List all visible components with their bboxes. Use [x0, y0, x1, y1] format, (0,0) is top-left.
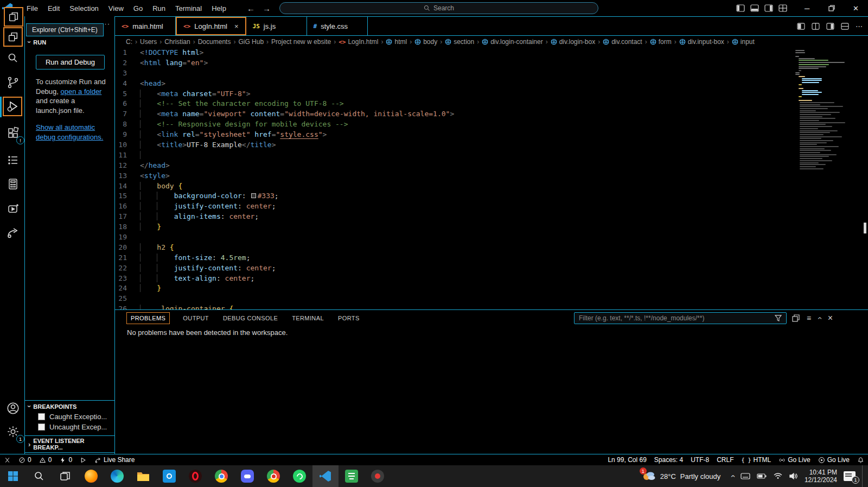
search-sidebar-icon[interactable]	[4, 49, 22, 67]
taskbar-notes-icon[interactable]	[339, 465, 365, 487]
taskbar-start-icon[interactable]	[0, 465, 26, 487]
menu-help[interactable]: Help	[207, 4, 231, 12]
breakpoint-checkbox[interactable]	[38, 413, 45, 420]
panel-tab-output[interactable]: OUTPUT	[182, 313, 210, 324]
taskbar-whatsapp-icon[interactable]	[286, 465, 312, 487]
menu-run[interactable]: Run	[148, 4, 170, 12]
menu-terminal[interactable]: Terminal	[170, 4, 207, 12]
editor-more-actions-icon[interactable]: ⋯	[856, 22, 863, 30]
extensions-icon[interactable]: !	[4, 124, 22, 142]
collapse-all-icon[interactable]	[792, 314, 800, 322]
menu-edit[interactable]: Edit	[43, 4, 65, 12]
view-as-list-icon[interactable]: ≡	[807, 314, 811, 322]
breadcrumb-symbol[interactable]: section	[445, 38, 474, 46]
run-and-debug-button[interactable]: Run and Debug	[36, 55, 105, 69]
status-ln-99-col-69[interactable]: Ln 99, Col 69	[604, 456, 650, 464]
status-ports[interactable]: 0	[55, 454, 76, 465]
filter-funnel-icon[interactable]	[775, 315, 782, 321]
breadcrumb-symbol[interactable]: div.input-box	[679, 38, 724, 46]
taskbar-file-explorer-icon[interactable]	[130, 465, 156, 487]
status-warning[interactable]: 0	[35, 454, 56, 465]
battery-icon[interactable]	[757, 473, 767, 479]
breadcrumb-item[interactable]: Christian	[164, 38, 190, 46]
tab-main.html[interactable]: <>main.html	[115, 17, 176, 35]
source-control-icon[interactable]	[4, 73, 22, 92]
breadcrumb-symbol[interactable]: html	[386, 38, 407, 46]
calculator-icon[interactable]	[4, 175, 22, 193]
show-desktop-button[interactable]	[862, 465, 865, 487]
menu-go[interactable]: Go	[129, 4, 148, 12]
breadcrumb-item[interactable]: C:	[126, 38, 132, 46]
tab-style.css[interactable]: #style.css	[307, 17, 368, 35]
panel-tab-ports[interactable]: PORTS	[337, 313, 361, 324]
status-error[interactable]: 0	[15, 454, 35, 465]
breadcrumb-item[interactable]: Users	[140, 38, 157, 46]
close-button[interactable]: ✕	[844, 0, 868, 16]
panel-tab-terminal[interactable]: TERMINAL	[291, 313, 325, 324]
minimap[interactable]	[795, 50, 859, 170]
open-a-folder-link[interactable]: open a folder	[61, 87, 102, 96]
toggle-secondary-sidebar-icon[interactable]	[764, 4, 773, 12]
taskbar-outlook-icon[interactable]	[156, 465, 182, 487]
breadcrumb-symbol[interactable]: div.login-box	[551, 38, 595, 46]
status-live-share[interactable]: Live Share	[91, 454, 138, 465]
toggle-sidebar-icon[interactable]	[736, 4, 745, 12]
split-editor-icon[interactable]	[812, 23, 820, 30]
event-listener-breakpoints-header[interactable]: › EVENT LISTENER BREAKP...	[25, 435, 114, 453]
breadcrumb-symbol[interactable]: body	[414, 38, 437, 46]
settings-gear-icon[interactable]: 1	[4, 422, 22, 441]
tab-LogIn.html[interactable]: <>LogIn.html×	[176, 17, 246, 35]
command-search-box[interactable]: Search	[279, 2, 598, 14]
editor-grid-icon[interactable]	[841, 23, 849, 30]
tab-close-icon[interactable]: ×	[234, 22, 239, 30]
tab-js.js[interactable]: JSjs.js	[246, 17, 307, 35]
open-editors-icon[interactable]	[3, 27, 23, 47]
layout-editor-icon[interactable]	[826, 23, 834, 30]
minimize-button[interactable]: ─	[795, 0, 819, 16]
tray-chevron-icon[interactable]: ›	[729, 475, 737, 478]
nav-back-icon[interactable]: ←	[247, 4, 255, 13]
breakpoint-item[interactable]: Caught Exceptio...	[25, 412, 114, 422]
breakpoint-checkbox[interactable]	[38, 423, 45, 431]
list-view-icon[interactable]	[4, 151, 22, 169]
explorer-icon[interactable]	[4, 7, 23, 27]
status-spaces-4[interactable]: Spaces: 4	[650, 456, 687, 464]
taskbar-task-view-icon[interactable]	[52, 465, 78, 487]
breadcrumb-symbol[interactable]: input	[732, 38, 755, 46]
customize-layout-icon[interactable]	[778, 4, 787, 12]
code-editor[interactable]: 1<!DOCTYPE html>2<html lang="en">34<head…	[115, 48, 868, 309]
breadcrumb-item[interactable]: Project new w ebsite	[271, 38, 331, 46]
status-html[interactable]: { }HTML	[738, 456, 775, 464]
panel-tab-debug-console[interactable]: DEBUG CONSOLE	[222, 313, 279, 324]
status-go-live[interactable]: Go Live	[775, 456, 814, 464]
taskbar-vscode-icon[interactable]	[312, 465, 339, 487]
run-debug-icon[interactable]	[3, 97, 22, 116]
taskbar-discord-icon[interactable]	[234, 465, 260, 487]
breakpoint-item[interactable]: Uncaught Excep...	[25, 422, 114, 432]
status-utf-8[interactable]: UTF-8	[687, 456, 713, 464]
menu-selection[interactable]: Selection	[65, 4, 103, 12]
nav-forward-icon[interactable]: →	[263, 4, 271, 13]
maximize-panel-icon[interactable]: ›	[815, 317, 824, 320]
menu-file[interactable]: File	[22, 4, 43, 12]
breadcrumb-symbol[interactable]: div.login-container	[482, 38, 543, 46]
weather-widget[interactable]: 1 28°C Partly cloudy	[637, 470, 725, 483]
close-panel-icon[interactable]: ×	[828, 313, 833, 323]
status-debug[interactable]	[76, 454, 91, 465]
menu-view[interactable]: View	[104, 4, 129, 12]
status-remote[interactable]	[0, 454, 15, 465]
breadcrumb-symbol[interactable]: div.contact	[603, 38, 642, 46]
taskbar-opera-icon[interactable]	[182, 465, 208, 487]
breadcrumb-item[interactable]: Documents	[198, 38, 231, 46]
taskbar-recorder-icon[interactable]	[365, 465, 391, 487]
breadcrumb-file[interactable]: <>LogIn.html	[339, 38, 378, 46]
wifi-icon[interactable]	[773, 472, 783, 480]
restore-button[interactable]	[819, 0, 844, 16]
volume-icon[interactable]	[789, 472, 798, 480]
taskbar-edge-icon[interactable]	[104, 465, 130, 487]
taskbar-chrome-icon[interactable]	[208, 465, 234, 487]
editor-scrollbar[interactable]	[864, 223, 866, 233]
touch-keyboard-icon[interactable]	[741, 472, 750, 480]
toggle-panel-icon[interactable]	[750, 4, 759, 12]
show-debug-configs-link[interactable]: Show all automatic debug configurations.	[36, 123, 103, 141]
